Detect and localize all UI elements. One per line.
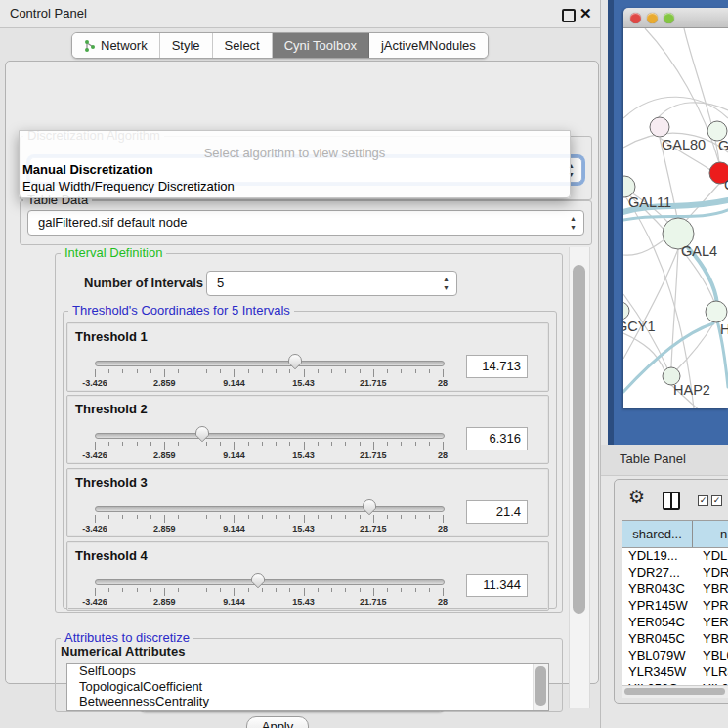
- network-canvas[interactable]: GAL80GACGAL11GAL4GCY1HHAP2: [623, 28, 728, 408]
- network-node-h[interactable]: [706, 301, 727, 322]
- tick-mark: [360, 515, 361, 519]
- content-scrollbar-thumb[interactable]: [573, 265, 585, 614]
- table-data-combobox[interactable]: galFiltered.sif default node ▲▼: [27, 210, 584, 236]
- threshold-panel: Threshold 1-3.4262.8599.14415.4321.71528…: [66, 322, 549, 392]
- slider-tick-labels: -3.4262.8599.14415.4321.71528: [95, 450, 443, 460]
- network-node-label: C: [724, 177, 728, 193]
- slider-thumb[interactable]: [194, 425, 210, 443]
- tick-mark: [443, 369, 444, 377]
- table-row[interactable]: YBL079WYBL0: [622, 648, 728, 664]
- tick-mark: [108, 588, 109, 592]
- tick-mark: [345, 442, 346, 446]
- close-icon[interactable]: ✕: [579, 4, 592, 23]
- network-node-gcy1[interactable]: [623, 302, 629, 320]
- combo-arrows-icon: ▲▼: [443, 275, 450, 292]
- numerical-attributes-list[interactable]: SelfLoopsTopologicalCoefficientBetweenne…: [66, 663, 549, 711]
- table-horizontal-scrollbar[interactable]: [622, 685, 728, 698]
- slider-thumb[interactable]: [287, 353, 303, 370]
- tick-mark: [95, 515, 96, 523]
- minimize-traffic-light[interactable]: [647, 13, 658, 23]
- tick-label: 21.715: [360, 597, 387, 607]
- cell-name: YPR1: [699, 598, 728, 615]
- combo-arrows-icon: ▲▼: [570, 214, 577, 232]
- tick-mark: [262, 369, 263, 373]
- tick-mark: [262, 442, 263, 446]
- slider-track[interactable]: [95, 506, 445, 512]
- tick-mark: [373, 369, 374, 377]
- threshold-value-field[interactable]: 21.4: [466, 500, 528, 524]
- tick-mark: [193, 369, 193, 373]
- tick-mark: [95, 442, 96, 450]
- tick-label: 15.43: [292, 450, 315, 460]
- tick-mark: [193, 588, 193, 592]
- list-scrollbar-thumb[interactable]: [535, 666, 546, 706]
- tick-mark: [137, 515, 138, 519]
- tab-select[interactable]: Select: [213, 33, 273, 58]
- table-data-selected-value: galFiltered.sif default node: [38, 211, 187, 235]
- slider-track[interactable]: [95, 579, 445, 585]
- list-item[interactable]: BetweennessCentrality: [67, 694, 548, 709]
- number-of-intervals-combobox[interactable]: 5 ▲▼: [206, 271, 457, 296]
- slider-track[interactable]: [95, 361, 445, 366]
- tick-mark: [137, 369, 138, 373]
- tick-mark: [415, 442, 416, 446]
- threshold-value-field[interactable]: 14.713: [466, 355, 528, 378]
- tab-jactivemnodules[interactable]: jActiveMNodules: [369, 33, 488, 58]
- slider-thumb[interactable]: [362, 498, 377, 516]
- tick-label: 15.43: [292, 524, 315, 534]
- network-node-gal80[interactable]: [650, 117, 669, 137]
- list-item[interactable]: TopologicalCoefficient: [67, 679, 548, 695]
- float-window-icon[interactable]: [562, 9, 576, 22]
- table-row[interactable]: YDL19...YDL1: [622, 548, 728, 565]
- table-row[interactable]: YDR27...YDR2: [622, 565, 728, 581]
- zoom-traffic-light[interactable]: [664, 13, 674, 23]
- column-chooser-icon[interactable]: [663, 492, 680, 510]
- table-row[interactable]: YBR045CYBR0: [622, 631, 728, 648]
- apply-button[interactable]: Apply: [246, 716, 309, 728]
- table-panel-header: Table Panel: [601, 445, 728, 476]
- table-row[interactable]: YER054CYER0: [622, 615, 728, 631]
- dropdown-item[interactable]: Equal Width/Frequency Discretization: [22, 179, 235, 193]
- list-item[interactable]: SelfLoops: [67, 664, 548, 679]
- tick-mark: [443, 442, 444, 450]
- table-horizontal-scrollbar-thumb[interactable]: [624, 688, 725, 695]
- gear-icon[interactable]: ⚙: [628, 488, 645, 507]
- tab-network[interactable]: Network: [72, 33, 160, 58]
- column-header-shared-name[interactable]: shared...: [622, 521, 693, 547]
- network-window[interactable]: GAL80GACGAL11GAL4GCY1HHAP2: [623, 8, 728, 408]
- table-row[interactable]: YPR145WYPR1: [622, 598, 728, 615]
- list-scrollbar[interactable]: [533, 664, 548, 710]
- tab-label: jActiveMNodules: [381, 33, 476, 58]
- column-header-name[interactable]: n: [693, 521, 728, 547]
- number-of-intervals-label: Number of Intervals: [84, 271, 203, 296]
- network-node-label: GAL80: [662, 137, 706, 152]
- tick-mark: [360, 442, 361, 446]
- slider-track[interactable]: [95, 433, 445, 439]
- tab-style[interactable]: Style: [160, 33, 213, 58]
- content-scrollbar[interactable]: [569, 247, 590, 708]
- table-row[interactable]: YBR043CYBR0: [622, 581, 728, 598]
- tab-cyni-toolbox[interactable]: Cyni Toolbox: [273, 33, 369, 58]
- tick-label: 15.43: [292, 378, 315, 388]
- checkbox-icon[interactable]: ✓: [698, 495, 708, 506]
- slider-thumb[interactable]: [250, 572, 266, 589]
- table-rows: YDL19...YDL1YDR27...YDR2YBR043CYBR0YPR14…: [622, 548, 728, 685]
- checkbox-icon[interactable]: ✓: [711, 495, 722, 506]
- tick-mark: [276, 442, 277, 446]
- table-row[interactable]: YLR345WYLR3: [622, 664, 728, 681]
- cell-shared-name: YDR27...: [622, 565, 699, 581]
- threshold-value-field[interactable]: 6.316: [466, 427, 528, 450]
- tick-mark: [345, 588, 346, 592]
- tick-mark: [193, 515, 193, 519]
- attributes-group-title: Attributes to discretize: [61, 631, 193, 645]
- tick-label: -3.426: [82, 524, 107, 534]
- dropdown-item[interactable]: Manual Discretization: [22, 162, 153, 177]
- tick-mark: [150, 442, 151, 446]
- close-traffic-light[interactable]: [630, 13, 641, 23]
- table-header-row: shared... n: [622, 520, 728, 548]
- tick-mark: [429, 369, 430, 373]
- interval-definition-title: Interval Definition: [61, 246, 166, 260]
- threshold-value-field[interactable]: 11.344: [466, 574, 528, 597]
- tick-mark: [401, 442, 402, 446]
- cell-shared-name: YLR345W: [622, 664, 699, 681]
